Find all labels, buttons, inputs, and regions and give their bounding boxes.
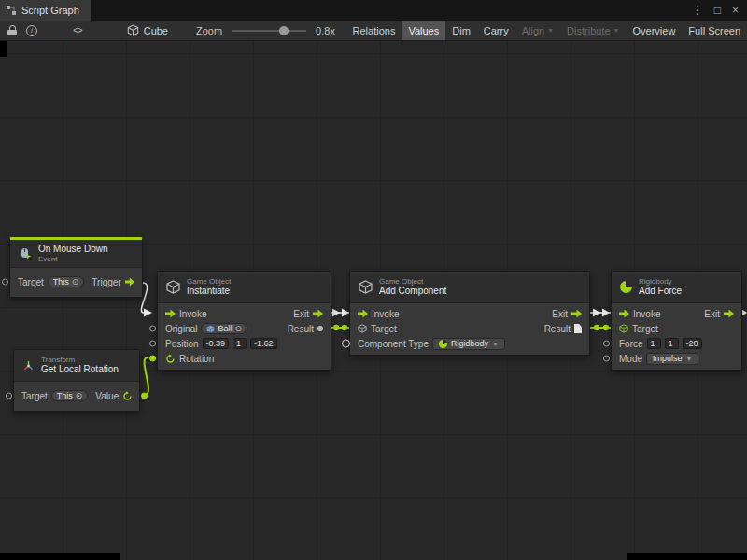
- value-label: Value: [95, 391, 119, 401]
- graph-toolbar: i <> Cube Zoom 0.8x Relations Values Dim…: [0, 21, 747, 41]
- script-graph-icon: [6, 5, 17, 16]
- node-add-force[interactable]: Rigidbody Add Force Invoke Exit Target: [611, 271, 742, 371]
- button-align-label: Align: [522, 25, 544, 36]
- row-force: Force 1 1 -20: [612, 336, 741, 351]
- component-type-input-port[interactable]: [342, 340, 350, 348]
- position-label: Position: [165, 339, 199, 349]
- target-chip-label: This: [57, 391, 73, 400]
- info-icon[interactable]: i: [26, 25, 37, 36]
- position-x-field[interactable]: -0.39: [203, 338, 230, 349]
- position-input-port[interactable]: [149, 341, 156, 347]
- original-chip[interactable]: Ball ⊙: [201, 323, 247, 334]
- button-distribute[interactable]: Distribute▼: [560, 21, 626, 40]
- node-header[interactable]: Transform Get Local Rotation: [14, 350, 139, 382]
- button-align[interactable]: Align▼: [515, 21, 560, 40]
- tab-title: Script Graph: [21, 5, 79, 16]
- invoke-input-port[interactable]: [165, 310, 176, 318]
- node-header[interactable]: Rigidbody Add Force: [612, 272, 741, 303]
- graph-target-label: Cube: [144, 25, 168, 36]
- row-invoke-exit: Invoke Exit: [350, 306, 589, 321]
- button-distribute-label: Distribute: [567, 25, 610, 36]
- mode-value: Impulse: [653, 354, 683, 363]
- node-category: Game Object: [379, 277, 446, 287]
- graph-canvas[interactable]: On Mouse Down Event Target This⊙ Trigger: [0, 41, 747, 560]
- force-input-port[interactable]: [603, 341, 610, 347]
- force-x-field[interactable]: 1: [647, 338, 661, 349]
- result-output-port[interactable]: [317, 326, 323, 331]
- target-label: Target: [21, 391, 48, 401]
- value-output-port[interactable]: [141, 393, 148, 399]
- mouse-icon: [19, 247, 32, 260]
- exit-output-port[interactable]: [313, 310, 323, 318]
- result-output-port[interactable]: [574, 324, 582, 333]
- position-z-field[interactable]: -1.62: [250, 338, 277, 349]
- invoke-input-port[interactable]: [358, 310, 368, 318]
- target-input-port[interactable]: [2, 279, 8, 286]
- button-values[interactable]: Values: [402, 21, 445, 40]
- invoke-input-port[interactable]: [619, 310, 629, 318]
- game-object-icon: [359, 280, 373, 294]
- tab-script-graph[interactable]: Script Graph: [0, 0, 91, 21]
- toolbar-buttons: Relations Values Dim Carry Align▼ Distri…: [346, 21, 747, 40]
- cube-target-icon: [127, 24, 139, 36]
- exit-output-port[interactable]: [571, 310, 582, 318]
- button-fullscreen[interactable]: Full Screen: [682, 21, 747, 40]
- row-mode: Mode Impulse ▼: [612, 351, 741, 366]
- zoom-slider-handle[interactable]: [279, 26, 289, 35]
- node-on-mouse-down[interactable]: On Mouse Down Event Target This⊙ Trigger: [9, 237, 143, 298]
- node-instantiate[interactable]: Game Object Instantiate Invoke Exit Orig…: [157, 271, 331, 371]
- code-icon[interactable]: <>: [73, 25, 82, 35]
- row-invoke-exit: Invoke Exit: [612, 306, 741, 321]
- canvas-edge-top-left: [0, 41, 7, 57]
- force-z-field[interactable]: -20: [683, 338, 702, 349]
- force-y-field[interactable]: 1: [665, 338, 679, 349]
- row-target: Target: [612, 321, 741, 336]
- zoom-slider[interactable]: [232, 30, 306, 32]
- transform-icon: [22, 359, 35, 371]
- rotation-icon: [165, 354, 176, 364]
- button-relations[interactable]: Relations: [346, 21, 402, 40]
- menu-icon[interactable]: ⋮: [692, 4, 703, 17]
- mode-label: Mode: [619, 354, 642, 364]
- rotation-input-port[interactable]: [149, 356, 156, 362]
- original-input-port[interactable]: [149, 326, 156, 332]
- mode-input-port[interactable]: [603, 356, 610, 362]
- node-add-component[interactable]: Game Object Add Component Invoke Exit Ta…: [349, 271, 590, 356]
- node-header[interactable]: On Mouse Down Event: [10, 240, 142, 268]
- rigidbody-target-icon: [619, 324, 628, 333]
- script-graph-window: Script Graph ⋮ □ × i <> Cube Zoom 0.8x R…: [0, 0, 747, 560]
- lock-icon[interactable]: [7, 25, 17, 35]
- target-chip[interactable]: This⊙: [48, 276, 85, 287]
- zoom-value: 0.8x: [316, 25, 335, 36]
- exit-output-port[interactable]: [724, 310, 734, 318]
- target-label: Target: [632, 324, 658, 334]
- node-title: Add Component: [379, 286, 446, 297]
- object-picker-icon: ⊙: [76, 392, 83, 400]
- node-header[interactable]: Game Object Add Component: [350, 272, 589, 303]
- node-title: On Mouse Down: [38, 244, 107, 255]
- mode-dropdown[interactable]: Impulse ▼: [646, 353, 698, 365]
- invoke-label: Invoke: [372, 309, 399, 319]
- maximize-icon[interactable]: □: [714, 4, 721, 17]
- component-type-label: Component Type: [358, 339, 429, 349]
- rigidbody-icon: [620, 281, 632, 293]
- button-dim[interactable]: Dim: [445, 21, 477, 40]
- node-header[interactable]: Game Object Instantiate: [158, 272, 331, 303]
- titlebar: Script Graph ⋮ □ ×: [0, 0, 747, 21]
- target-chip[interactable]: This⊙: [51, 390, 89, 401]
- node-category: Rigidbody: [639, 277, 682, 287]
- node-get-local-rotation[interactable]: Transform Get Local Rotation Target This…: [13, 349, 140, 412]
- button-overview[interactable]: Overview: [627, 21, 683, 40]
- position-y-field[interactable]: 1: [233, 338, 247, 349]
- game-object-icon: [166, 280, 180, 294]
- button-carry[interactable]: Carry: [477, 21, 515, 40]
- component-type-dropdown[interactable]: Rigidbody ▼: [432, 338, 505, 350]
- target-chip-label: This: [53, 277, 69, 287]
- chevron-down-icon: ▼: [492, 341, 499, 347]
- close-icon[interactable]: ×: [732, 4, 739, 17]
- target-input-port[interactable]: [6, 393, 12, 399]
- trigger-output-port[interactable]: [125, 278, 134, 287]
- game-object-small-icon: [358, 324, 367, 333]
- chevron-down-icon: ▼: [686, 356, 693, 362]
- row-invoke-exit: Invoke Exit: [158, 306, 331, 321]
